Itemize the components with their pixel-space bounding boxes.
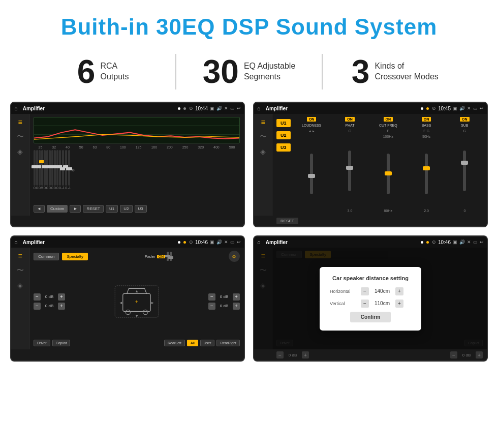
confirm-button[interactable]: Confirm (350, 312, 391, 322)
sub-slider[interactable] (463, 151, 466, 191)
eq-slider-7[interactable]: 0 (49, 150, 51, 190)
eq-slider-12[interactable]: -1 (61, 150, 65, 190)
horizontal-minus-btn[interactable]: − (361, 287, 369, 295)
eq-slider-6[interactable]: 0 (46, 150, 48, 190)
settings-icon[interactable]: ⚙ (229, 251, 240, 262)
screens-grid: ⌂ Amplifier ⊙ 10:44 ▣ 🔊 ✕ ▭ ↩ ≡ 〜 ◈ (0, 102, 498, 372)
home-icon-4[interactable]: ⌂ (257, 239, 261, 245)
eq-icon-3[interactable]: ≡ (18, 252, 22, 260)
status-bar-2: ⌂ Amplifier ⊙ 10:45 ▣ 🔊 ✕ ▭ ↩ (254, 103, 487, 114)
svg-text:+: + (135, 298, 138, 304)
rearright-btn[interactable]: RearRight (216, 340, 240, 346)
svg-text:▼: ▼ (135, 314, 139, 318)
screen4-title: Amplifier (266, 240, 418, 245)
fader-right-controls: − 0 dB + − 0 dB + (208, 265, 240, 338)
eq-u2-btn[interactable]: U2 (120, 205, 132, 213)
eq-prev-btn[interactable]: ◄ (34, 205, 45, 213)
vertical-plus-btn[interactable]: + (395, 300, 403, 308)
plus-btn-4[interactable]: + (233, 303, 240, 310)
minus-btn-3[interactable]: − (208, 293, 215, 301)
home-icon[interactable]: ⌂ (14, 105, 18, 111)
minus-db-s4-2[interactable]: − (450, 351, 457, 359)
screen3-time: 10:46 (195, 240, 208, 245)
common-tab[interactable]: Common (34, 253, 59, 260)
minus-btn-4[interactable]: − (208, 303, 215, 310)
horizontal-plus-btn[interactable]: + (395, 287, 403, 295)
plus-btn-3[interactable]: + (233, 293, 240, 301)
plus-db-s4-2[interactable]: + (476, 351, 483, 359)
camera-icon-3: ▣ (210, 240, 214, 245)
sub-g: G (463, 129, 466, 133)
eq-slider-14[interactable]: -1 (68, 150, 71, 190)
minus-db-s4-1[interactable]: − (276, 351, 284, 359)
eq-reset-btn[interactable]: RESET (83, 205, 104, 213)
eq-play-btn[interactable]: ► (70, 205, 81, 213)
crossover-bottom: RESET (254, 216, 487, 226)
status-bar-3: ⌂ Amplifier ⊙ 10:46 ▣ 🔊 ✕ ▭ ↩ (11, 236, 244, 248)
wave-icon[interactable]: 〜 (17, 132, 24, 141)
fader-left-controls: − 0 dB + − 0 dB + (34, 265, 65, 338)
user-btn[interactable]: User (200, 340, 215, 346)
vertical-minus-btn[interactable]: − (361, 300, 369, 308)
fader-db-row-4: − 0 dB + (208, 303, 240, 310)
home-icon-2[interactable]: ⌂ (257, 105, 261, 111)
screen3-body-wrapper: ≡ 〜 ◈ Common Specialty Fader ON (11, 248, 244, 349)
eq-u1-btn[interactable]: U1 (106, 205, 118, 213)
driver-btn[interactable]: Driver (34, 340, 50, 346)
bass-slider[interactable] (425, 154, 428, 194)
camera-icon-4: ▣ (453, 240, 457, 245)
fader-slider-h2[interactable] (170, 252, 172, 261)
plus-btn-1[interactable]: + (58, 293, 65, 301)
plus-btn-2[interactable]: + (58, 303, 65, 310)
speaker-icon-2[interactable]: ◈ (260, 147, 266, 156)
eq-custom-btn[interactable]: Custom (47, 205, 68, 213)
wave-icon-3[interactable]: 〜 (17, 266, 24, 275)
loudness-slider[interactable] (310, 154, 313, 194)
eq-slider-9[interactable]: 0 (54, 150, 56, 190)
eq-slider-4[interactable]: 5 (41, 150, 43, 190)
eq-slider-10[interactable]: 0 (56, 150, 58, 190)
stat-eq: 30 EQ Adjustable Segments (176, 55, 321, 88)
crossover-reset-btn[interactable]: RESET (276, 218, 298, 224)
speaker-icon[interactable]: ◈ (17, 147, 23, 156)
db-value-3: 0 dB (217, 294, 231, 299)
wave-icon-2[interactable]: 〜 (260, 132, 267, 141)
eq-icon-2[interactable]: ≡ (261, 118, 265, 126)
rearleft-btn[interactable]: RearLeft (164, 340, 185, 346)
fader-top: Common Specialty Fader ON ⚙ (34, 251, 240, 262)
speaker-icon-3[interactable]: ◈ (17, 281, 23, 289)
u1-btn[interactable]: U1 (276, 119, 291, 127)
ctrl-sub: ON SUB G 0 (447, 117, 483, 213)
u3-btn[interactable]: U3 (276, 143, 291, 152)
status-dot-s4 (421, 241, 423, 244)
status-bar-1: ⌂ Amplifier ⊙ 10:44 ▣ 🔊 ✕ ▭ ↩ (11, 103, 244, 114)
screen2-title: Amplifier (266, 106, 418, 111)
stat-rca: 6 RCA Outputs (30, 55, 175, 88)
cutfreq-slider[interactable] (387, 154, 390, 194)
eq-slider-1[interactable]: 0 (34, 150, 36, 190)
eq-slider-5[interactable]: 0 (44, 150, 46, 190)
stat-label-rca: RCA Outputs (100, 61, 129, 82)
cutfreq-hz: 100Hz (383, 135, 393, 138)
minus-btn-1[interactable]: − (34, 293, 41, 301)
screen3-title: Amplifier (23, 240, 175, 245)
back-icon: ↩ (237, 106, 241, 111)
eq-slider-2[interactable]: 0 (36, 150, 38, 190)
on-badge-bass: ON (422, 117, 431, 122)
eq-u3-btn[interactable]: U3 (135, 205, 147, 213)
specialty-tab[interactable]: Specialty (62, 253, 87, 260)
screen4-body-wrapper: ≡ 〜 ◈ Common Specialty (254, 248, 487, 361)
eq-slider-3[interactable]: 0 (39, 150, 41, 190)
all-btn[interactable]: All (187, 340, 198, 346)
eq-slider-8[interactable]: 0 (51, 150, 53, 190)
phat-slider[interactable] (348, 151, 351, 191)
u2-btn[interactable]: U2 (276, 131, 291, 139)
fader-text-label: Fader (145, 254, 155, 259)
car-diagram: + ◄ ► ▲ ▼ (67, 265, 206, 338)
plus-db-s4-1[interactable]: + (302, 351, 309, 359)
screen1-time: 10:44 (195, 106, 208, 111)
home-icon-3[interactable]: ⌂ (14, 239, 18, 245)
copilot-btn[interactable]: Copilot (52, 340, 71, 346)
eq-icon[interactable]: ≡ (18, 118, 22, 126)
minus-btn-2[interactable]: − (34, 303, 41, 310)
